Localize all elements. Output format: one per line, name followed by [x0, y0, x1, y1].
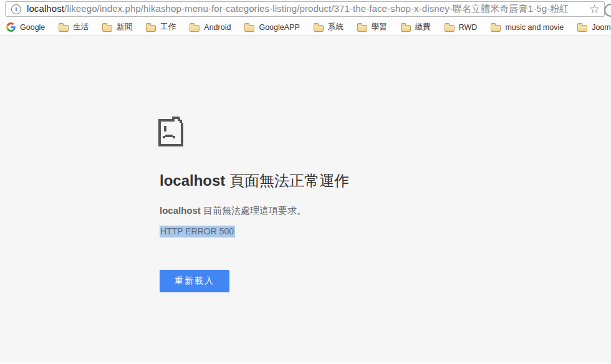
- bookmark-label: 工作: [160, 22, 176, 32]
- folder-icon: [401, 25, 411, 32]
- bookmark-item[interactable]: 工作: [146, 22, 176, 32]
- folder-icon: [445, 25, 455, 32]
- url-text[interactable]: localhost/likeego/index.php/hikashop-men…: [27, 3, 569, 15]
- bookmark-label: 繳費: [415, 22, 431, 32]
- url-path: /likeego/index.php/hikashop-menu-for-cat…: [64, 3, 569, 14]
- bookmark-item[interactable]: RWD: [445, 22, 478, 32]
- page-info-icon[interactable]: [11, 4, 21, 14]
- folder-icon: [146, 25, 156, 32]
- bookmark-item[interactable]: 系統: [314, 22, 344, 32]
- bookmarks-bar: Google 生活 新聞 工作 Android GoogleAPP 系統 學習 …: [0, 19, 611, 36]
- bookmark-item[interactable]: 生活: [59, 22, 89, 32]
- bookmark-item[interactable]: 繳費: [401, 22, 431, 32]
- google-logo-icon: [6, 22, 16, 32]
- bookmark-label: music and movie: [505, 23, 564, 32]
- error-content-column: localhost 頁面無法正常運作 localhost 目前無法處理這項要求。…: [160, 117, 490, 292]
- folder-icon: [59, 25, 69, 32]
- folder-icon: [190, 25, 200, 32]
- url-host: localhost: [27, 3, 64, 14]
- bookmark-star-icon[interactable]: ☆: [589, 2, 600, 14]
- bookmark-label: GoogleAPP: [259, 23, 299, 32]
- folder-icon: [102, 25, 112, 32]
- reload-button[interactable]: 重新載入: [160, 270, 229, 292]
- bookmark-label: 系統: [328, 22, 344, 32]
- bookmark-label: Android: [204, 23, 231, 32]
- bookmark-item[interactable]: GoogleAPP: [244, 22, 299, 32]
- browser-topbar: localhost/likeego/index.php/hikashop-men…: [0, 0, 611, 19]
- error-message-host: localhost: [160, 205, 201, 216]
- bookmark-item[interactable]: 學習: [357, 22, 387, 32]
- error-message-text: 目前無法處理這項要求。: [203, 205, 306, 216]
- bookmark-label: RWD: [459, 23, 478, 32]
- error-title-text: 頁面無法正常運作: [229, 172, 349, 189]
- bookmark-item[interactable]: Joomla: [577, 22, 611, 32]
- error-code-selected-text: HTTP ERROR 500: [160, 226, 235, 237]
- folder-icon: [491, 25, 501, 32]
- sad-page-icon: [158, 117, 183, 146]
- bookmark-label: 新聞: [117, 22, 132, 32]
- bookmark-label: Google: [20, 23, 45, 32]
- bookmark-label: Joomla: [592, 23, 611, 32]
- folder-icon: [314, 25, 324, 32]
- bookmark-item[interactable]: 新聞: [102, 22, 132, 32]
- folder-icon: [244, 25, 254, 32]
- error-title-host: localhost: [160, 172, 225, 189]
- browser-action-icon-partial[interactable]: [604, 4, 611, 17]
- bookmark-label: 學習: [372, 22, 387, 32]
- folder-icon: [357, 25, 367, 32]
- bookmark-item[interactable]: Android: [190, 22, 231, 32]
- address-bar[interactable]: localhost/likeego/index.php/hikashop-men…: [5, 1, 605, 17]
- error-title: localhost 頁面無法正常運作: [160, 171, 490, 190]
- bookmark-item[interactable]: music and movie: [491, 22, 564, 32]
- bookmark-item-google[interactable]: Google: [6, 22, 45, 32]
- bookmark-label: 生活: [73, 22, 89, 32]
- error-page: localhost 頁面無法正常運作 localhost 目前無法處理這項要求。…: [0, 36, 611, 363]
- error-message: localhost 目前無法處理這項要求。: [160, 205, 490, 216]
- folder-icon: [577, 25, 587, 32]
- error-code: HTTP ERROR 500: [160, 226, 490, 236]
